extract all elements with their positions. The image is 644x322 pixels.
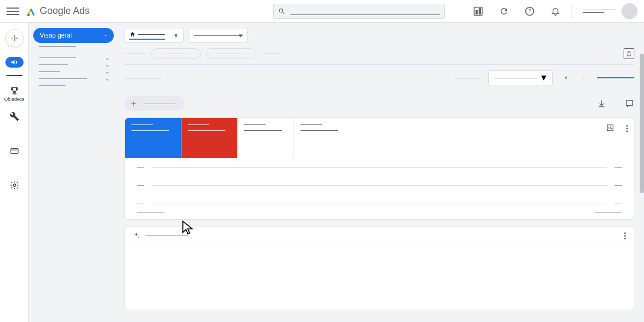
sidebar-item-5[interactable]: ⌄: [33, 75, 115, 82]
chart-area: [125, 158, 634, 212]
gear-icon: [10, 180, 19, 190]
chevron-down-icon: [103, 33, 108, 38]
account-switcher[interactable]: [583, 10, 615, 13]
chart-x-start: [137, 212, 164, 213]
rail-campaigns[interactable]: [5, 57, 24, 68]
card-menu-icon[interactable]: [626, 125, 628, 132]
search-icon: [278, 8, 286, 15]
card-icon: [10, 146, 19, 156]
scrollbar-thumb[interactable]: [640, 54, 644, 193]
performance-chart-card: [125, 118, 634, 219]
compare-toggle[interactable]: [597, 77, 634, 78]
svg-rect-1: [474, 7, 482, 15]
megaphone-icon: [10, 59, 19, 65]
metric-tab-3[interactable]: [238, 118, 294, 158]
feedback-icon[interactable]: [625, 99, 634, 108]
rail-tools[interactable]: [10, 112, 19, 121]
svg-point-0: [27, 13, 30, 16]
main-content: ▼ ▼ ▼: [119, 23, 644, 322]
sparkle-icon: [133, 232, 140, 239]
refresh-icon[interactable]: [499, 6, 509, 17]
rail-objectives-label: Objetivos: [4, 97, 25, 102]
date-label: [454, 78, 481, 78]
nav-rail: Objetivos: [0, 23, 29, 322]
filter-chip-2[interactable]: [206, 48, 255, 59]
date-next-button[interactable]: [579, 72, 589, 83]
svg-rect-9: [627, 54, 631, 56]
metric-tab-1[interactable]: [125, 118, 181, 158]
reports-icon[interactable]: [473, 6, 484, 17]
search-input[interactable]: [273, 4, 445, 19]
filter-label: [125, 54, 146, 54]
tools-icon: [10, 112, 19, 121]
svg-rect-2: [476, 10, 478, 14]
overview-button[interactable]: Visão geral: [33, 28, 114, 43]
recommendations-title: [145, 236, 188, 236]
product-logo[interactable]: Google Ads: [26, 5, 90, 17]
metric-tab-4[interactable]: [294, 118, 350, 158]
svg-rect-3: [479, 9, 481, 14]
rail-active-indicator: [6, 75, 23, 76]
campaign-scope-dropdown[interactable]: ▼: [189, 28, 248, 43]
download-icon[interactable]: [597, 99, 606, 108]
app-header: Google Ads ?: [0, 0, 644, 23]
filter-trailing: [261, 54, 282, 54]
rail-admin[interactable]: [10, 180, 19, 190]
filter-chips-row: [125, 48, 634, 65]
rail-billing[interactable]: [10, 146, 19, 156]
rail-objectives[interactable]: Objetivos: [4, 86, 25, 102]
account-scope-dropdown[interactable]: ▼: [125, 28, 184, 43]
section-title: [125, 78, 162, 78]
sidebar-item-4[interactable]: ⌄: [33, 68, 115, 75]
search-field[interactable]: [290, 7, 440, 15]
svg-text:?: ?: [528, 8, 531, 14]
card2-menu-icon[interactable]: [624, 232, 626, 239]
sidebar-item-3[interactable]: ⌄: [33, 61, 115, 68]
chart-x-end: [595, 212, 622, 213]
menu-icon[interactable]: [6, 5, 19, 18]
svg-rect-6: [11, 149, 18, 154]
date-prev-button[interactable]: [560, 72, 571, 83]
metric-tab-2[interactable]: [181, 118, 238, 158]
help-icon[interactable]: ?: [524, 6, 535, 17]
svg-rect-10: [626, 100, 633, 106]
notifications-icon[interactable]: [550, 6, 561, 17]
filter-chip-1[interactable]: [151, 48, 201, 59]
plus-icon: [130, 100, 137, 107]
sidebar: Visão geral ⌄ ⌄ ⌄ ⌄: [29, 23, 119, 322]
svg-point-8: [13, 184, 16, 187]
google-ads-logo-icon: [26, 6, 36, 17]
saved-view-icon[interactable]: [624, 48, 634, 59]
create-button[interactable]: [5, 29, 24, 47]
add-metric-button[interactable]: [125, 96, 185, 111]
header-divider: [572, 4, 572, 19]
home-icon: [129, 31, 136, 38]
recommendations-card: [125, 226, 634, 310]
sidebar-item-2[interactable]: ⌄: [33, 54, 115, 61]
sidebar-item-6[interactable]: [33, 82, 115, 89]
avatar[interactable]: [621, 3, 638, 19]
date-range-select[interactable]: ▼: [488, 70, 553, 85]
sidebar-item-1[interactable]: [33, 43, 115, 50]
overview-label: Visão geral: [40, 32, 72, 39]
product-name: Google Ads: [40, 5, 90, 17]
chart-type-icon[interactable]: [606, 123, 616, 133]
trophy-icon: [10, 86, 19, 96]
